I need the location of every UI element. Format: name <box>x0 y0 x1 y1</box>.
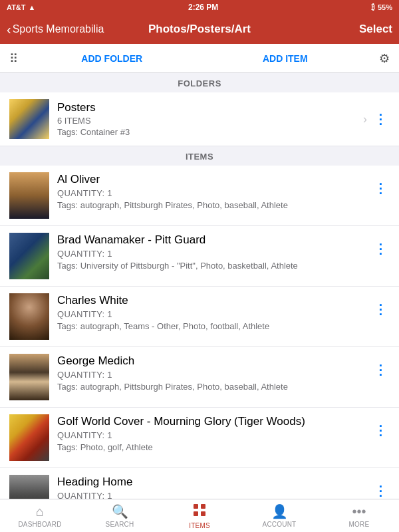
battery: 55% <box>378 3 392 11</box>
wifi-icon: ▲ <box>29 3 36 11</box>
item-quantity: QUANTITY: 1 <box>57 249 371 259</box>
list-item[interactable]: Golf World Cover - Mourning Glory (Tiger… <box>0 408 399 468</box>
nav-bar: ‹ Sports Memorabilia Photos/Posters/Art … <box>0 15 399 44</box>
item-name: Heading Home <box>57 475 371 489</box>
list-item[interactable]: Al Oliver QUANTITY: 1 Tags: autograph, P… <box>0 166 399 226</box>
tab-dashboard[interactable]: ⌂ DASHBOARD <box>0 501 80 531</box>
folder-thumb <box>9 99 49 139</box>
item-name: Golf World Cover - Mourning Glory (Tiger… <box>57 414 371 429</box>
back-arrow-icon: ‹ <box>7 23 11 36</box>
item-tags: Tags: Photo, golf, Athlete <box>57 442 371 454</box>
item-tags: Tags: autograph, Pittsburgh Pirates, Pho… <box>57 200 371 211</box>
item-name: Al Oliver <box>57 172 371 187</box>
tab-items[interactable]: ITEMS <box>160 500 239 532</box>
select-button[interactable]: Select <box>282 23 392 36</box>
scroll-content: FOLDERS Posters 6 ITEMS Tags: Container … <box>0 73 399 499</box>
folder-tags: Tags: Container #3 <box>57 127 363 137</box>
tab-bar: ⌂ DASHBOARD 🔍 SEARCH ITEMS 👤 ACCOUNT •••… <box>0 499 399 532</box>
back-button[interactable]: ‹ Sports Memorabilia <box>7 23 117 36</box>
item-tags: Tags: autograph, Teams - Other, Photo, f… <box>57 321 371 332</box>
folders-section-header: FOLDERS <box>0 73 399 92</box>
item-tags: Tags: University of Pittsburgh - "Pitt",… <box>57 260 371 272</box>
item-more-button[interactable]: ⋮ <box>371 178 390 199</box>
item-quantity: QUANTITY: 1 <box>57 309 371 319</box>
account-icon: 👤 <box>271 503 288 519</box>
tab-search-label: SEARCH <box>106 521 134 528</box>
folder-row[interactable]: Posters 6 ITEMS Tags: Container #3 › ⋮ <box>0 92 399 146</box>
tab-items-label: ITEMS <box>189 522 210 529</box>
carrier: AT&T <box>7 3 26 11</box>
item-thumb <box>9 293 49 340</box>
nav-title: Photos/Posters/Art <box>117 23 283 36</box>
tab-more-label: MORE <box>349 521 370 528</box>
toolbar: ⠿ ADD FOLDER ADD ITEM ⚙ <box>0 44 399 73</box>
dashboard-icon: ⌂ <box>36 504 44 519</box>
tab-dashboard-label: DASHBOARD <box>18 521 61 528</box>
item-name: George Medich <box>57 354 371 368</box>
item-quantity: QUANTITY: 1 <box>57 491 371 499</box>
bluetooth-icon: ₿ <box>371 3 375 11</box>
items-list: Al Oliver QUANTITY: 1 Tags: autograph, P… <box>0 166 399 499</box>
more-icon: ••• <box>352 504 366 519</box>
status-time: 2:26 PM <box>188 3 218 12</box>
item-name: Charles White <box>57 293 371 308</box>
folder-thumb-image <box>9 99 49 139</box>
folder-count: 6 ITEMS <box>57 116 363 126</box>
item-thumb <box>9 354 49 400</box>
list-item[interactable]: George Medich QUANTITY: 1 Tags: autograp… <box>0 347 399 408</box>
tab-search[interactable]: 🔍 SEARCH <box>80 501 160 531</box>
back-label: Sports Memorabilia <box>13 23 104 35</box>
status-left: AT&T ▲ <box>7 3 35 11</box>
list-item[interactable]: Charles White QUANTITY: 1 Tags: autograp… <box>0 287 399 347</box>
svg-rect-2 <box>194 511 198 516</box>
grid-icon[interactable]: ⠿ <box>9 51 18 66</box>
items-icon <box>192 503 207 521</box>
add-item-button[interactable]: ADD ITEM <box>202 53 369 64</box>
folder-more-button[interactable]: ⋮ <box>371 108 390 130</box>
add-folder-button[interactable]: ADD FOLDER <box>29 53 196 64</box>
item-info: Heading Home QUANTITY: 1 Tags: Pittsburg… <box>57 475 371 499</box>
item-info: Charles White QUANTITY: 1 Tags: autograp… <box>57 293 371 332</box>
filter-icon[interactable]: ⚙ <box>379 51 390 66</box>
item-more-button[interactable]: ⋮ <box>371 480 390 499</box>
list-item[interactable]: Heading Home QUANTITY: 1 Tags: Pittsburg… <box>0 468 399 499</box>
item-quantity: QUANTITY: 1 <box>57 430 371 440</box>
item-more-button[interactable]: ⋮ <box>371 359 390 380</box>
search-icon: 🔍 <box>112 503 128 519</box>
item-name: Brad Wanamaker - Pitt Guard <box>57 233 371 247</box>
list-item[interactable]: Brad Wanamaker - Pitt Guard QUANTITY: 1 … <box>0 226 399 287</box>
item-info: Golf World Cover - Mourning Glory (Tiger… <box>57 414 371 454</box>
item-thumb <box>9 233 49 279</box>
item-info: George Medich QUANTITY: 1 Tags: autograp… <box>57 354 371 393</box>
chevron-right-icon: › <box>363 112 367 126</box>
items-section-header: ITEMS <box>0 146 399 166</box>
folder-info: Posters 6 ITEMS Tags: Container #3 <box>57 101 363 137</box>
item-quantity: QUANTITY: 1 <box>57 188 371 198</box>
status-right: ₿ 55% <box>371 3 392 11</box>
item-more-button[interactable]: ⋮ <box>371 238 390 259</box>
tab-account[interactable]: 👤 ACCOUNT <box>239 501 319 531</box>
item-thumb <box>9 475 49 499</box>
status-bar: AT&T ▲ 2:26 PM ₿ 55% <box>0 0 399 15</box>
folder-name: Posters <box>57 101 363 114</box>
svg-rect-1 <box>201 504 205 509</box>
item-info: Brad Wanamaker - Pitt Guard QUANTITY: 1 … <box>57 233 371 272</box>
item-quantity: QUANTITY: 1 <box>57 370 371 380</box>
item-more-button[interactable]: ⋮ <box>371 299 390 320</box>
svg-rect-3 <box>201 511 205 516</box>
tab-account-label: ACCOUNT <box>263 521 297 528</box>
item-thumb <box>9 414 49 461</box>
folders-list: Posters 6 ITEMS Tags: Container #3 › ⋮ <box>0 92 399 146</box>
tab-more[interactable]: ••• MORE <box>319 501 399 531</box>
svg-rect-0 <box>194 504 198 509</box>
item-more-button[interactable]: ⋮ <box>371 420 390 441</box>
item-thumb <box>9 172 49 219</box>
item-info: Al Oliver QUANTITY: 1 Tags: autograph, P… <box>57 172 371 211</box>
item-tags: Tags: autograph, Pittsburgh Pirates, Pho… <box>57 381 371 393</box>
